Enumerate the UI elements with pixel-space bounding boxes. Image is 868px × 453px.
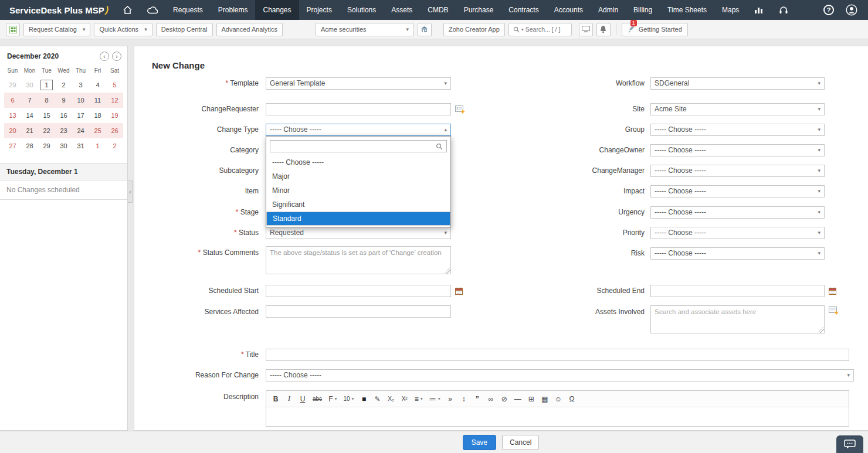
change-owner-select[interactable]: ----- Choose -----▾: [650, 144, 825, 156]
calendar-day[interactable]: 14: [21, 108, 38, 123]
nav-item[interactable]: Problems: [211, 0, 256, 20]
site-select[interactable]: Acme Site▾: [650, 103, 825, 115]
priority-select[interactable]: ----- Choose -----▾: [650, 227, 825, 239]
calendar-next-icon[interactable]: [112, 52, 121, 61]
calendar-day[interactable]: 18: [89, 108, 106, 123]
calendar-day[interactable]: 7: [21, 93, 38, 108]
nav-item[interactable]: Contracts: [501, 0, 546, 20]
dropdown-option[interactable]: Standard: [266, 212, 450, 226]
strikethrough-icon[interactable]: abc: [310, 393, 324, 405]
calendar-day[interactable]: 29: [4, 77, 21, 93]
calendar-day[interactable]: 31: [72, 138, 89, 154]
calendar-day[interactable]: 15: [38, 108, 55, 123]
calendar-day[interactable]: 16: [55, 108, 72, 123]
calendar-day[interactable]: 3: [72, 77, 89, 93]
calendar-day[interactable]: 17: [72, 108, 89, 123]
nav-item[interactable]: Time Sheets: [660, 0, 714, 20]
calendar-day[interactable]: 1: [89, 138, 106, 154]
desktop-central-button[interactable]: Desktop Central: [156, 23, 213, 36]
add-assets-icon[interactable]: [829, 306, 839, 315]
calendar-day[interactable]: 13: [4, 108, 21, 123]
sidebar-collapse-handle[interactable]: ‹: [128, 180, 133, 203]
nav-item[interactable]: Maps: [714, 0, 747, 20]
app-logo[interactable]: ServiceDesk Plus MSP): [0, 0, 116, 20]
cloud-icon[interactable]: [140, 0, 165, 20]
image-icon[interactable]: ▦: [539, 393, 551, 405]
status-select[interactable]: Requested▾: [266, 227, 451, 239]
calendar-day[interactable]: 6: [4, 93, 21, 108]
calendar-day[interactable]: 22: [38, 123, 55, 138]
nav-item[interactable]: Purchase: [456, 0, 501, 20]
nav-item[interactable]: Accounts: [547, 0, 591, 20]
calendar-day[interactable]: 11: [89, 93, 106, 108]
nav-item[interactable]: Admin: [591, 0, 626, 20]
table-icon[interactable]: ⊞: [525, 393, 537, 405]
calendar-day[interactable]: 24: [72, 123, 89, 138]
reports-chart-icon[interactable]: [747, 0, 771, 20]
save-button[interactable]: Save: [463, 435, 496, 450]
change-manager-select[interactable]: ----- Choose -----▾: [650, 165, 825, 177]
scheduled-start-calendar-icon[interactable]: [455, 287, 463, 295]
title-input[interactable]: [266, 349, 849, 361]
nav-item[interactable]: Billing: [626, 0, 660, 20]
calendar-day[interactable]: 8: [38, 93, 55, 108]
calendar-day[interactable]: 26: [106, 123, 123, 138]
calendar-day[interactable]: 9: [55, 93, 72, 108]
change-requester-input[interactable]: [266, 103, 451, 115]
calendar-day[interactable]: 4: [89, 77, 106, 93]
special-char-icon[interactable]: Ω: [566, 393, 578, 405]
search-scope-caret-icon[interactable]: ▾: [521, 27, 524, 32]
superscript-icon[interactable]: X²: [399, 393, 411, 405]
line-spacing-icon[interactable]: ↕: [458, 393, 470, 405]
font-color-icon[interactable]: ■: [358, 393, 370, 405]
calendar-day[interactable]: 23: [55, 123, 72, 138]
font-family-icon[interactable]: F: [326, 393, 339, 405]
emoji-icon[interactable]: ☺: [552, 393, 564, 405]
calendar-day[interactable]: 20: [4, 123, 21, 138]
chat-fab[interactable]: [836, 435, 863, 453]
italic-icon[interactable]: I: [283, 393, 295, 405]
blockquote-icon[interactable]: ”: [472, 393, 483, 405]
global-search[interactable]: ▾: [508, 23, 572, 36]
risk-select[interactable]: ----- Choose -----▾: [650, 247, 825, 260]
impact-select[interactable]: ----- Choose -----▾: [650, 185, 825, 197]
calendar-day[interactable]: 2: [106, 138, 123, 154]
highlight-icon[interactable]: ✎: [372, 393, 384, 405]
link-icon[interactable]: ∞: [485, 393, 497, 405]
calendar-day[interactable]: 28: [21, 138, 38, 154]
calendar-prev-icon[interactable]: [100, 52, 109, 61]
unlink-icon[interactable]: ⊘: [499, 393, 510, 405]
status-comments-textarea[interactable]: The above stage/status is set as part of…: [266, 246, 451, 274]
hr-icon[interactable]: —: [512, 393, 524, 405]
headset-icon[interactable]: [771, 0, 796, 20]
change-type-select[interactable]: ----- Choose -----▴: [266, 124, 451, 136]
font-size-icon[interactable]: 10: [341, 393, 356, 405]
screen-share-icon[interactable]: [579, 23, 593, 36]
calendar-day[interactable]: 12: [106, 93, 123, 108]
calendar-day[interactable]: 25: [89, 123, 106, 138]
nav-item[interactable]: Changes: [255, 0, 299, 20]
dropdown-option[interactable]: Major: [266, 169, 450, 183]
dropdown-option[interactable]: Significant: [266, 197, 450, 212]
indent-icon[interactable]: »: [445, 393, 456, 405]
cancel-button[interactable]: Cancel: [502, 435, 539, 450]
underline-icon[interactable]: U: [297, 393, 308, 405]
nav-item[interactable]: Assets: [384, 0, 420, 20]
dropdown-search-input[interactable]: [270, 140, 447, 152]
group-select[interactable]: ----- Choose -----▾: [650, 124, 825, 136]
quick-actions-button[interactable]: Quick Actions: [94, 23, 152, 36]
help-icon[interactable]: [823, 5, 834, 15]
add-requester-icon[interactable]: [455, 105, 465, 114]
list-icon[interactable]: ≔: [427, 393, 443, 405]
home-icon[interactable]: [116, 0, 140, 20]
nav-item[interactable]: Solutions: [340, 0, 384, 20]
reason-select[interactable]: ----- Choose -----▾: [266, 369, 854, 382]
request-catalog-grid-icon[interactable]: [6, 23, 20, 36]
dropdown-option[interactable]: Minor: [266, 183, 450, 197]
calendar-day[interactable]: 1: [38, 77, 55, 93]
calendar-day[interactable]: 21: [21, 123, 38, 138]
nav-item[interactable]: Requests: [165, 0, 211, 20]
align-icon[interactable]: ≡: [412, 393, 425, 405]
services-affected-input[interactable]: [266, 305, 451, 318]
calendar-day[interactable]: 2: [55, 77, 72, 93]
